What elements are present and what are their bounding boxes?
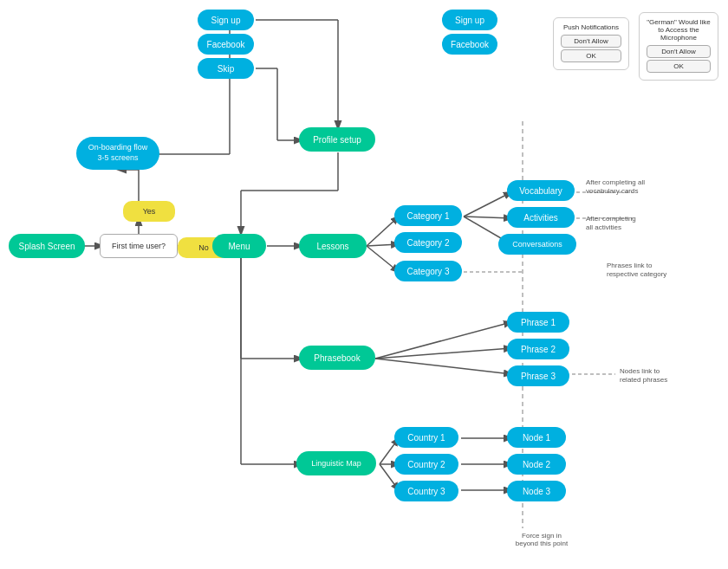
lessons-node: Lessons: [299, 234, 367, 258]
push-notifications-title: Push Notifications: [561, 23, 621, 31]
microphone-ok-btn[interactable]: OK: [647, 60, 711, 73]
country2-node: Country 2: [394, 454, 458, 475]
force-sign-label: Force sign inbeyond this point: [485, 532, 598, 547]
category2-node: Category 2: [394, 232, 462, 253]
first-time-user-node: First time user?: [100, 234, 178, 258]
facebook-top-node: Facebook: [198, 34, 254, 55]
category1-node: Category 1: [394, 205, 462, 226]
phrase3-node: Phrase 3: [507, 365, 569, 386]
microphone-title: "German" Would like to Access the Microp…: [647, 18, 711, 42]
push-notifications-box: Push Notifications Don't Allow OK: [553, 17, 629, 70]
flowchart-lines: [0, 0, 728, 569]
node2-node: Node 2: [507, 454, 566, 475]
after-vocab-label: After completing allvocabulary cards: [586, 178, 673, 197]
skip-top-node: Skip: [198, 58, 254, 79]
microphone-dont-allow-btn[interactable]: Don't Allow: [647, 45, 711, 58]
after-activities-label: After completingall activities: [586, 215, 673, 233]
menu-node: Menu: [212, 234, 266, 258]
vocabulary-node: Vocabulary: [507, 180, 575, 201]
profile-setup-node: Profile setup: [299, 127, 375, 152]
linguistic-map-node: Linguistic Map: [296, 451, 376, 475]
nodes-link-label: Nodes link torelated phrases: [620, 367, 711, 385]
category3-node: Category 3: [394, 261, 462, 281]
country1-node: Country 1: [394, 427, 458, 448]
node1-node: Node 1: [507, 427, 566, 448]
push-ok-btn[interactable]: OK: [561, 49, 621, 62]
phrase2-node: Phrase 2: [507, 339, 569, 359]
svg-line-28: [375, 348, 511, 359]
signup-right-node: Sign up: [442, 10, 497, 30]
splash-screen-node: Splash Screen: [9, 234, 85, 258]
phrases-link-label: Phrases link torespective category: [607, 262, 698, 280]
facebook-right-node: Facebook: [442, 34, 497, 55]
diagram-container: Splash Screen First time user? Yes No On…: [0, 0, 728, 569]
activities-node: Activities: [507, 207, 575, 228]
phrase1-node: Phrase 1: [507, 312, 569, 333]
phrasebook-node: Phrasebook: [299, 346, 375, 370]
conversations-node: Conversations: [498, 234, 576, 255]
country3-node: Country 3: [394, 481, 458, 501]
signup-top-node: Sign up: [198, 10, 254, 30]
push-dont-allow-btn[interactable]: Don't Allow: [561, 35, 621, 48]
svg-line-29: [375, 359, 511, 374]
yes-label: Yes: [123, 201, 175, 222]
onboarding-node: On-boarding flow3-5 screens: [76, 137, 159, 170]
microphone-box: "German" Would like to Access the Microp…: [639, 12, 718, 81]
svg-line-27: [375, 322, 511, 359]
svg-line-22: [464, 192, 511, 217]
node3-node: Node 3: [507, 481, 566, 501]
svg-line-23: [464, 217, 511, 218]
